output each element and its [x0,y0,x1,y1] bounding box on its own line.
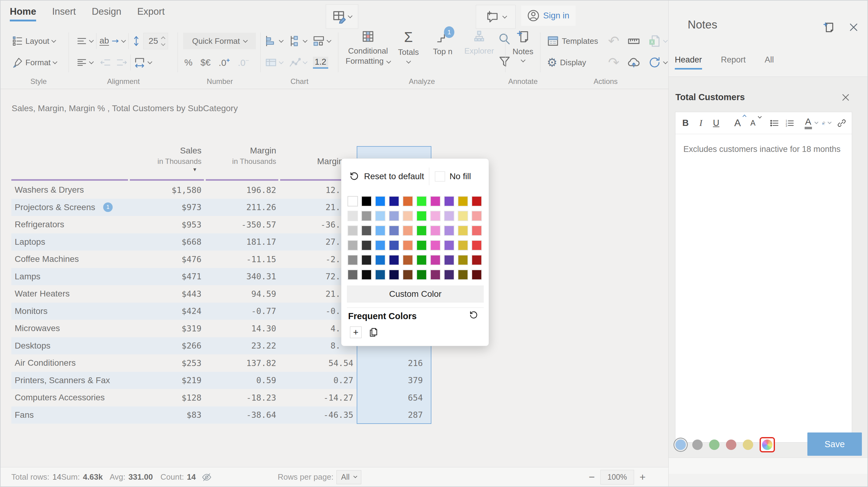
explorer-button[interactable]: Explorer [462,30,496,56]
cell-sales[interactable]: $973 [129,199,205,216]
sort-desc-icon[interactable]: ▼ [192,167,202,174]
conditional-formatting-button[interactable]: Conditional Formatting [344,30,392,66]
color-swatch[interactable] [444,255,454,265]
add-frequent-color-button[interactable]: + [350,327,362,338]
quick-format-button[interactable]: Quick Format [183,33,256,49]
export-excel-button[interactable]: X [648,35,667,48]
color-swatch[interactable] [403,270,413,280]
zoom-in-button[interactable]: + [640,471,646,483]
save-button[interactable]: Save [807,432,862,456]
decrease-indent-button[interactable] [100,57,111,68]
highlight-button[interactable] [822,116,831,130]
cell-sales[interactable]: $83 [129,406,205,424]
color-swatch[interactable] [458,196,468,207]
cell-margin[interactable]: -38.64 [205,406,279,424]
row-height-stepper[interactable]: 25 [143,33,168,49]
cell-subcategory[interactable]: Monitors [11,303,129,320]
note-color-dot[interactable] [726,439,736,450]
color-swatch[interactable] [375,211,385,221]
cell-sales[interactable]: $128 [129,389,205,406]
numbered-list-button[interactable]: 1 2 3 [785,116,794,130]
cell-subcategory[interactable]: Lamps [11,268,129,285]
color-swatch[interactable] [458,255,468,265]
add-decimal-button[interactable]: .0+ [219,57,230,68]
cell-margin[interactable]: 0.59 [205,372,279,389]
cell-subcategory[interactable]: Printers, Scanners & Fax [11,372,129,389]
cell-sales[interactable]: $424 [129,303,205,320]
color-swatch[interactable] [389,270,399,280]
color-swatch[interactable] [375,255,385,265]
color-swatch[interactable] [471,270,482,280]
cell-margin[interactable]: 196.82 [205,181,279,199]
custom-color-button[interactable]: Custom Color [347,285,484,303]
color-swatch[interactable] [361,270,372,280]
hierarchy-chart-button[interactable] [289,35,307,47]
remove-decimal-button[interactable]: .0− [238,57,249,68]
increase-font-button[interactable]: A [733,116,742,130]
color-swatch[interactable] [444,225,454,236]
cell-margin[interactable]: 94.59 [205,285,279,303]
color-swatch[interactable] [361,240,372,250]
color-swatch[interactable] [403,196,413,207]
notes-tab-header[interactable]: Header [675,55,702,69]
color-swatch[interactable] [471,225,482,236]
cell-margin[interactable]: 137.82 [205,354,279,372]
color-swatch[interactable] [430,240,441,250]
bullet-list-button[interactable] [770,116,779,130]
color-swatch[interactable] [347,240,358,250]
cell-subcategory[interactable]: Washers & Dryers [11,181,129,199]
cell-margin[interactable]: 14.30 [205,320,279,337]
decimal-display-toggle[interactable]: 1.2 [313,57,328,69]
cell-subcategory[interactable]: Fans [11,406,129,424]
rows-per-page-select[interactable]: All [337,470,361,484]
header-subcategory[interactable] [11,145,129,174]
color-swatch[interactable] [471,196,482,207]
layout-button[interactable]: Layout [12,36,55,46]
cell-sales[interactable]: $253 [129,354,205,372]
cell-sales[interactable]: $319 [129,320,205,337]
color-swatch[interactable] [416,211,427,221]
color-swatch[interactable] [458,270,468,280]
top-n-button[interactable]: 1 Top n [427,30,459,57]
frequent-colors-reset-button[interactable] [469,311,478,320]
currency-format-button[interactable]: $€ [200,57,211,68]
note-color-dot[interactable] [675,439,686,450]
close-icon[interactable] [848,22,859,32]
layout-blocks-button[interactable] [313,35,331,47]
header-sales[interactable]: Sales in Thousands ▼ [129,145,205,174]
color-swatch[interactable] [416,270,427,280]
link-button[interactable] [837,116,846,130]
decrease-font-button[interactable]: A [748,116,757,130]
cell-margin-pct[interactable]: 0.27 [279,372,357,389]
cell-subcategory[interactable]: Microwaves [11,320,129,337]
cell-sales[interactable]: $219 [129,372,205,389]
cell-subcategory[interactable]: Air Conditioners [11,354,129,372]
color-swatch[interactable] [444,211,454,221]
add-note-icon[interactable] [823,21,836,34]
color-swatch[interactable] [416,196,427,207]
color-swatch[interactable] [375,225,385,236]
color-swatch[interactable] [458,225,468,236]
refresh-button[interactable] [648,56,667,69]
color-swatch[interactable] [430,225,441,236]
horizontal-align-button[interactable] [76,57,93,68]
color-swatch[interactable] [389,225,399,236]
note-count-badge[interactable]: 1 [103,203,113,212]
zoom-level[interactable]: 100% [600,470,634,485]
cloud-upload-icon[interactable] [627,56,640,69]
header-margin[interactable]: Margin in Thousands [205,145,279,174]
color-swatch[interactable] [361,225,372,236]
undo-icon[interactable]: ↶ [608,34,619,48]
cell-sales[interactable]: $266 [129,337,205,355]
color-swatch[interactable] [347,196,358,207]
hide-summary-button[interactable] [201,467,212,487]
cell-margin[interactable]: -11.15 [205,250,279,268]
color-swatch[interactable] [471,255,482,265]
color-swatch[interactable] [361,255,372,265]
cell-margin-pct[interactable]: -14.27 [279,389,357,406]
color-swatch[interactable] [389,196,399,207]
color-swatch[interactable] [403,255,413,265]
color-swatch[interactable] [430,255,441,265]
note-body-text[interactable]: Excludes customers inactive for 18 month… [675,134,852,164]
color-swatch[interactable] [389,211,399,221]
